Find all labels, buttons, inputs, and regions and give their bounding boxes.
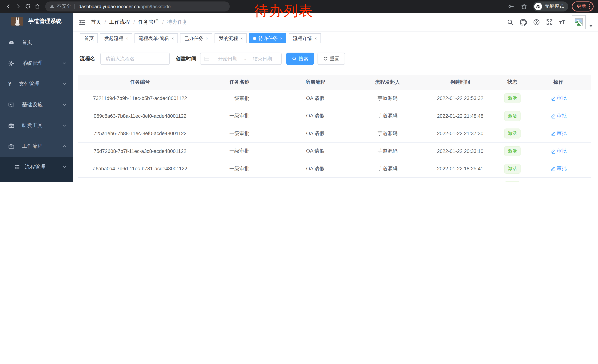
tab-2[interactable]: 流程表单-编辑× xyxy=(134,33,178,43)
sidebar-item-label: 支付管理 xyxy=(19,81,40,87)
approve-link[interactable]: 审批 xyxy=(550,130,567,137)
sidebar-item-0[interactable]: 首页 xyxy=(0,32,73,53)
calendar-icon xyxy=(204,56,210,61)
incognito-badge[interactable]: 无痕模式 xyxy=(533,1,568,11)
status-badge: 激活 xyxy=(504,129,521,139)
cell-initiator: 芋道源码 xyxy=(354,125,421,142)
cell-name: 1.2 xyxy=(202,178,276,182)
column-header: 所属流程 xyxy=(276,75,354,90)
breadcrumb-item[interactable]: 工作流程 xyxy=(109,19,130,25)
top-navbar: 首页/工作流程/任务管理/待办任务 TT xyxy=(73,13,598,32)
bookmark-star-icon[interactable] xyxy=(521,3,527,9)
search-button[interactable]: 搜索 xyxy=(286,53,314,65)
avatar[interactable] xyxy=(572,15,586,29)
cell-action: 审批 xyxy=(525,142,591,160)
cell-id: 8f0d1619-7ac8-11ec-a9e2-a2380e71991a xyxy=(78,178,202,182)
cell-status: 激活 xyxy=(499,107,525,125)
cell-created: 2022-01-22 21:37:30 xyxy=(421,125,499,142)
close-icon[interactable]: × xyxy=(206,36,208,40)
password-key-icon[interactable] xyxy=(508,3,514,9)
sidebar-item-5[interactable]: 工作流程 xyxy=(0,136,73,157)
cell-process: OA 请假 xyxy=(276,107,354,125)
close-icon[interactable]: × xyxy=(126,36,128,40)
page-content: 流程名 创建时间 开始日期 - 结束日期 xyxy=(73,45,598,182)
browser-menu-icon[interactable] xyxy=(589,4,590,9)
sidebar-menu: 首页系统管理¥支付管理基础设施研发工具工作流程流程管理任务管理我的流程待办任务已… xyxy=(0,29,73,182)
cell-status: 激活 xyxy=(499,178,525,182)
url-path[interactable]: /bpm/task/todo xyxy=(139,4,171,9)
url-bar[interactable]: 不安全 dashboard.yudao.iocoder.cn/bpm/task/… xyxy=(45,1,230,11)
tab-label: 发起流程 xyxy=(104,35,123,42)
collapse-sidebar-icon[interactable] xyxy=(79,19,86,26)
url-host[interactable]: dashboard.yudao.iocoder.cn xyxy=(79,4,139,9)
create-time-range-picker[interactable]: 开始日期 - 结束日期 xyxy=(200,53,282,65)
cell-process: OA 请假 xyxy=(276,90,354,107)
browser-reload-icon[interactable] xyxy=(23,1,33,11)
security-label[interactable]: 不安全 xyxy=(57,3,71,10)
reset-button[interactable]: 重置 xyxy=(317,53,345,65)
not-secure-icon[interactable] xyxy=(50,4,54,9)
search-icon[interactable] xyxy=(507,19,514,25)
column-header: 任务名称 xyxy=(202,75,276,90)
browser-update-button[interactable]: 更新 xyxy=(572,1,594,11)
tab-1[interactable]: 发起流程× xyxy=(100,33,132,43)
help-icon[interactable] xyxy=(533,19,540,25)
cell-action: 审批 xyxy=(525,125,591,142)
chevron-down-icon xyxy=(62,61,67,65)
search-button-icon xyxy=(292,56,297,61)
browser-forward-icon[interactable] xyxy=(13,1,23,11)
browser-home-icon[interactable] xyxy=(33,1,42,11)
cell-process: OA 请假 xyxy=(276,125,354,142)
sidebar-item-4[interactable]: 研发工具 xyxy=(0,115,73,136)
tab-0[interactable]: 首页 xyxy=(80,33,98,43)
tab-4[interactable]: 我的流程× xyxy=(215,33,247,43)
cell-status: 激活 xyxy=(499,90,525,107)
fullscreen-icon[interactable] xyxy=(546,19,553,25)
cell-action: 审批 xyxy=(525,107,591,125)
approve-link[interactable]: 审批 xyxy=(550,165,567,172)
breadcrumb-item[interactable]: 任务管理 xyxy=(138,19,159,25)
list-icon xyxy=(14,164,20,170)
screen: 不安全 dashboard.yudao.iocoder.cn/bpm/task/… xyxy=(0,0,598,182)
close-icon[interactable]: × xyxy=(314,36,317,40)
sidebar-item-label: 首页 xyxy=(22,39,32,46)
cell-created: 2022-01-22 18:25:41 xyxy=(421,160,499,178)
column-header: 操作 xyxy=(525,75,591,90)
close-icon[interactable]: × xyxy=(240,36,243,40)
sidebar-item-1[interactable]: 系统管理 xyxy=(0,53,73,74)
broken-image-icon xyxy=(575,18,583,26)
app-title: 芋道管理系统 xyxy=(28,18,61,25)
tab-label: 流程表单-编辑 xyxy=(139,35,169,42)
start-date-placeholder: 开始日期 xyxy=(213,55,243,62)
tabs-bar: 首页发起流程×流程表单-编辑×已办任务×我的流程×待办任务×流程详情× xyxy=(73,32,598,45)
pen-icon xyxy=(550,166,555,171)
github-icon[interactable] xyxy=(520,19,527,26)
sidebar-item-label: 系统管理 xyxy=(22,60,43,67)
approve-link[interactable]: 审批 xyxy=(550,148,567,154)
sidebar-item-2[interactable]: ¥支付管理 xyxy=(0,74,73,94)
cell-initiator: 芋道源码 xyxy=(354,178,421,182)
sidebar-item-6[interactable]: 流程管理 xyxy=(0,157,73,177)
avatar-dropdown-icon[interactable] xyxy=(589,25,593,27)
font-size-icon[interactable]: TT xyxy=(559,19,565,25)
cell-name: 一级审批 xyxy=(202,90,276,107)
cell-initiator: 芋道源码 xyxy=(354,142,421,160)
cell-name: 一级审批 xyxy=(202,160,276,178)
cell-status: 激活 xyxy=(499,125,525,142)
process-name-input[interactable] xyxy=(100,53,170,65)
approve-link[interactable]: 审批 xyxy=(550,95,567,102)
app-logo[interactable]: 芋道管理系统 xyxy=(0,13,73,29)
browser-back-icon[interactable] xyxy=(4,1,13,11)
close-icon[interactable]: × xyxy=(171,36,174,40)
tab-6[interactable]: 流程详情× xyxy=(289,33,321,43)
tab-3[interactable]: 已办任务× xyxy=(180,33,213,43)
close-icon[interactable]: × xyxy=(280,36,282,40)
cell-name: 一级审批 xyxy=(202,125,276,142)
sidebar-item-3[interactable]: 基础设施 xyxy=(0,94,73,115)
chevron-down-icon xyxy=(62,82,67,86)
breadcrumb: 首页/工作流程/任务管理/待办任务 xyxy=(91,19,188,25)
approve-link[interactable]: 审批 xyxy=(550,113,567,119)
tab-5[interactable]: 待办任务× xyxy=(249,33,287,43)
sidebar-item-7[interactable]: 任务管理 xyxy=(0,177,73,182)
breadcrumb-item[interactable]: 首页 xyxy=(91,19,101,25)
